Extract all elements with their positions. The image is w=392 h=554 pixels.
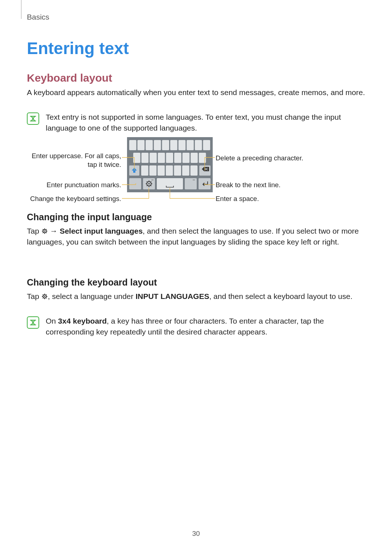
callout-delete: Delete a preceding character. <box>216 154 332 163</box>
paragraph-input-language: Tap → Select input languages, and then s… <box>27 226 365 248</box>
svg-line-58 <box>46 232 46 233</box>
note-icon <box>27 112 39 125</box>
note-3x4-keyboard: On 3x4 keyboard, a key has three or four… <box>27 316 365 338</box>
svg-line-70 <box>46 295 46 295</box>
gear-icon <box>41 292 48 300</box>
text-bold: 3x4 keyboard <box>58 317 107 325</box>
callout-settings: Change the keyboard settings. <box>27 194 121 203</box>
svg-line-69 <box>42 297 43 298</box>
text-fragment: → <box>48 227 60 235</box>
intro-paragraph: A keyboard appears automatically when yo… <box>27 87 365 98</box>
text-fragment: , and then select a keyboard layout to u… <box>209 292 352 300</box>
header-rule <box>21 0 21 19</box>
callout-space: Enter a space. <box>216 194 332 203</box>
page-number: 30 <box>0 529 392 539</box>
heading-keyboard-layout: Keyboard layout <box>27 70 112 86</box>
paragraph-keyboard-layout: Tap , select a language under INPUT LANG… <box>27 291 365 302</box>
svg-point-61 <box>44 230 45 231</box>
svg-line-68 <box>46 297 46 298</box>
svg-line-67 <box>42 295 43 295</box>
note-text: Text entry is not supported in some lang… <box>46 112 365 134</box>
heading-keyboard-layout-change: Changing the keyboard layout <box>27 276 365 289</box>
keyboard-figure: Enter uppercase. For all caps, tap it tw… <box>27 137 365 210</box>
page-title: Entering text <box>27 36 129 61</box>
note-language-support: Text entry is not supported in some lang… <box>27 112 365 134</box>
text-bold: Select input languages <box>60 227 143 235</box>
note-icon <box>27 316 39 329</box>
svg-point-71 <box>44 296 45 297</box>
svg-line-60 <box>46 229 46 230</box>
callout-uppercase: Enter uppercase. For all caps, tap it tw… <box>27 152 121 169</box>
text-bold: INPUT LANGUAGES <box>135 292 209 300</box>
heading-input-language: Changing the input language <box>27 210 365 223</box>
svg-line-59 <box>42 232 43 233</box>
note-text: On 3x4 keyboard, a key has three or four… <box>46 316 365 338</box>
callout-nextline: Break to the next line. <box>216 181 332 189</box>
svg-line-57 <box>42 229 43 230</box>
text-fragment: Tap <box>27 292 41 300</box>
text-fragment: On <box>46 317 58 325</box>
text-fragment: , select a language under <box>48 292 136 300</box>
section-tag: Basics <box>27 12 49 22</box>
text-fragment: Tap <box>27 227 41 235</box>
gear-icon <box>41 227 48 235</box>
callout-punctuation: Enter punctuation marks. <box>27 181 121 189</box>
